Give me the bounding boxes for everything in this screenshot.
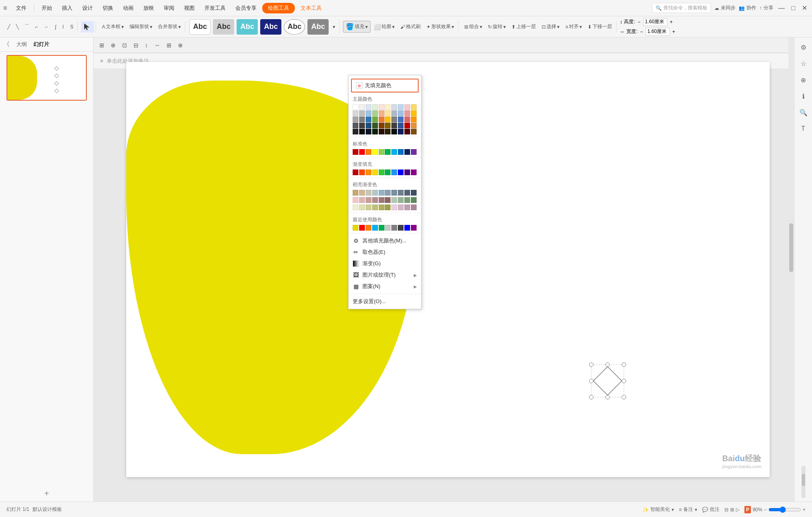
menu-view[interactable]: 视图 bbox=[180, 3, 199, 13]
color-swatch[interactable] bbox=[385, 197, 391, 203]
width-input[interactable] bbox=[645, 28, 670, 36]
beautify-button[interactable]: ✨ 智能美化 ▾ bbox=[643, 506, 674, 513]
edit-shape-button[interactable]: 编辑形状 ▾ bbox=[127, 22, 155, 32]
color-swatch[interactable] bbox=[391, 123, 397, 128]
move-up-button[interactable]: ⬆ 上移一层 bbox=[509, 22, 538, 32]
group-button[interactable]: ⊞ 组合 ▾ bbox=[462, 22, 485, 32]
color-swatch[interactable] bbox=[366, 110, 371, 116]
color-swatch[interactable] bbox=[353, 104, 358, 110]
color-swatch[interactable] bbox=[372, 169, 378, 175]
color-swatch[interactable] bbox=[353, 225, 358, 231]
color-swatch[interactable] bbox=[366, 123, 371, 128]
height-input[interactable] bbox=[643, 18, 667, 26]
color-swatch[interactable] bbox=[366, 225, 371, 231]
color-swatch[interactable] bbox=[366, 205, 371, 210]
color-swatch[interactable] bbox=[379, 197, 384, 203]
color-swatch[interactable] bbox=[366, 169, 371, 175]
canvas-tool-2[interactable]: ⊕ bbox=[108, 41, 118, 50]
color-swatch[interactable] bbox=[353, 123, 358, 128]
text-style-5[interactable]: Abc bbox=[284, 19, 305, 35]
color-swatch[interactable] bbox=[372, 117, 378, 122]
slide-thumbnail-1[interactable] bbox=[7, 55, 87, 101]
close-button[interactable]: ✕ bbox=[800, 2, 809, 13]
color-swatch[interactable] bbox=[359, 197, 365, 203]
color-swatch[interactable] bbox=[391, 110, 397, 116]
color-swatch[interactable] bbox=[353, 197, 358, 203]
line-tool-1[interactable]: ╱ bbox=[5, 22, 13, 31]
scroll-thumb[interactable] bbox=[789, 223, 793, 272]
color-swatch[interactable] bbox=[379, 117, 384, 122]
color-swatch[interactable] bbox=[353, 190, 358, 196]
color-swatch[interactable] bbox=[359, 225, 365, 231]
color-swatch[interactable] bbox=[366, 190, 371, 196]
color-swatch[interactable] bbox=[379, 110, 384, 116]
text-style-2[interactable]: Abc bbox=[213, 19, 234, 35]
color-swatch[interactable] bbox=[391, 117, 397, 122]
color-swatch[interactable] bbox=[404, 110, 410, 116]
color-swatch[interactable] bbox=[398, 123, 404, 128]
canvas-tool-8[interactable]: ⊕ bbox=[176, 41, 185, 50]
zoom-minus[interactable]: − bbox=[764, 507, 767, 513]
color-swatch[interactable] bbox=[411, 149, 417, 155]
color-swatch[interactable] bbox=[385, 110, 391, 116]
color-swatch[interactable] bbox=[385, 104, 391, 110]
maximize-button[interactable]: □ bbox=[790, 3, 797, 13]
color-swatch[interactable] bbox=[391, 225, 397, 231]
color-swatch[interactable] bbox=[404, 149, 410, 155]
rotate-button[interactable]: ↻ 旋转 ▾ bbox=[485, 22, 508, 32]
diamond-shape[interactable] bbox=[587, 361, 628, 403]
color-swatch[interactable] bbox=[359, 117, 365, 122]
menu-start[interactable]: 开始 bbox=[37, 3, 56, 13]
height-minus[interactable]: − bbox=[637, 19, 641, 25]
color-swatch[interactable] bbox=[385, 225, 391, 231]
color-swatch[interactable] bbox=[391, 197, 397, 203]
menu-switch[interactable]: 切换 bbox=[99, 3, 117, 13]
color-swatch[interactable] bbox=[404, 190, 410, 196]
image-texture-option[interactable]: 🖼 图片或纹理(T) ▶ bbox=[349, 269, 421, 281]
color-swatch[interactable] bbox=[411, 123, 417, 128]
color-swatch[interactable] bbox=[398, 117, 404, 122]
menu-vip[interactable]: 会员专享 bbox=[231, 3, 261, 13]
canvas-tool-4[interactable]: ⊟ bbox=[131, 41, 141, 50]
right-scroll[interactable] bbox=[801, 466, 805, 498]
menu-file[interactable]: 文件 bbox=[12, 3, 31, 13]
share-button[interactable]: ↑ 分享 bbox=[759, 4, 773, 11]
color-swatch[interactable] bbox=[398, 225, 404, 231]
color-swatch[interactable] bbox=[404, 123, 410, 128]
color-swatch[interactable] bbox=[398, 197, 404, 203]
text-style-3[interactable]: Abc bbox=[237, 19, 258, 35]
color-swatch[interactable] bbox=[385, 117, 391, 122]
rp-search-btn[interactable]: 🔍 bbox=[797, 106, 810, 119]
color-swatch[interactable] bbox=[404, 129, 410, 134]
slide-show-btn[interactable]: ▷ bbox=[736, 507, 740, 513]
sync-status[interactable]: ☁ 未同步 bbox=[714, 4, 735, 11]
tab-outline[interactable]: 大纲 bbox=[15, 40, 29, 49]
color-swatch[interactable] bbox=[379, 149, 384, 155]
color-swatch[interactable] bbox=[372, 129, 378, 134]
color-swatch[interactable] bbox=[411, 169, 417, 175]
scroll-bar-right[interactable] bbox=[788, 37, 794, 502]
color-swatch[interactable] bbox=[353, 149, 358, 155]
color-swatch[interactable] bbox=[359, 104, 365, 110]
text-style-6[interactable]: Abc bbox=[307, 19, 329, 35]
color-swatch[interactable] bbox=[359, 190, 365, 196]
move-down-button[interactable]: ⬇ 下移一层 bbox=[585, 22, 614, 32]
curve-tool-1[interactable]: ∫ bbox=[53, 22, 59, 31]
menu-animate[interactable]: 动画 bbox=[119, 3, 138, 13]
color-swatch[interactable] bbox=[379, 129, 384, 134]
rp-copy-btn[interactable]: ⊕ bbox=[797, 73, 810, 86]
menu-text-tool[interactable]: 文本工具 bbox=[296, 3, 326, 13]
rp-info-btn[interactable]: ℹ bbox=[797, 90, 810, 103]
more-settings-option[interactable]: 更多设置(O)... bbox=[349, 296, 421, 307]
other-fill-option[interactable]: ⚙ 其他填充颜色(M)... bbox=[349, 235, 421, 246]
outline-button[interactable]: ⬜ 轮廓 ▾ bbox=[371, 22, 397, 32]
select-button[interactable]: ⊡ 选择 ▾ bbox=[539, 22, 562, 32]
color-swatch[interactable] bbox=[372, 110, 378, 116]
color-swatch[interactable] bbox=[372, 104, 378, 110]
menu-devtools[interactable]: 开发工具 bbox=[200, 3, 230, 13]
rp-star-btn[interactable]: ☆ bbox=[797, 57, 810, 70]
color-swatch[interactable] bbox=[379, 205, 384, 210]
color-swatch[interactable] bbox=[385, 123, 391, 128]
hamburger-icon[interactable]: ≡ bbox=[3, 4, 7, 12]
color-swatch[interactable] bbox=[398, 129, 404, 134]
